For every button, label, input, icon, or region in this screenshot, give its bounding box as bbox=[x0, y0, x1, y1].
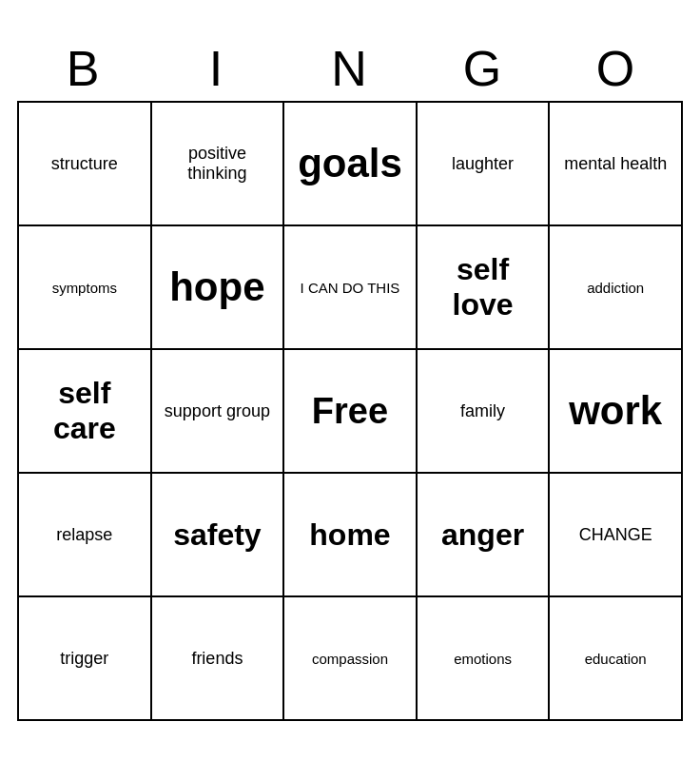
bingo-cell: safety bbox=[151, 473, 284, 596]
bingo-letter: O bbox=[550, 40, 683, 97]
bingo-card: BINGO structurepositive thinkinggoalslau… bbox=[17, 40, 683, 721]
bingo-letter: N bbox=[283, 40, 417, 97]
table-row: symptomshopeI CAN DO THISself loveaddict… bbox=[18, 225, 682, 349]
table-row: relapsesafetyhomeangerCHANGE bbox=[18, 473, 682, 596]
bingo-cell: hope bbox=[151, 225, 284, 349]
bingo-cell: emotions bbox=[417, 596, 550, 720]
bingo-cell: compassion bbox=[283, 596, 417, 720]
bingo-cell: relapse bbox=[18, 473, 151, 596]
bingo-cell: support group bbox=[151, 349, 284, 473]
bingo-cell: home bbox=[283, 473, 417, 596]
bingo-letter: G bbox=[417, 40, 550, 97]
bingo-cell: addiction bbox=[549, 225, 682, 349]
bingo-cell: education bbox=[549, 596, 682, 720]
bingo-cell: structure bbox=[18, 102, 151, 225]
bingo-cell: work bbox=[549, 349, 682, 473]
bingo-cell: laughter bbox=[417, 102, 550, 225]
bingo-cell: anger bbox=[417, 473, 550, 596]
table-row: self caresupport groupFreefamilywork bbox=[18, 349, 682, 473]
bingo-cell: friends bbox=[151, 596, 284, 720]
bingo-cell: goals bbox=[283, 102, 417, 225]
bingo-cell: mental health bbox=[549, 102, 682, 225]
bingo-cell: family bbox=[417, 349, 550, 473]
bingo-letter: B bbox=[17, 40, 150, 97]
table-row: structurepositive thinkinggoalslaughterm… bbox=[18, 102, 682, 225]
bingo-cell: trigger bbox=[18, 596, 151, 720]
bingo-cell: self love bbox=[417, 225, 550, 349]
bingo-cell: Free bbox=[283, 349, 417, 473]
bingo-cell: self care bbox=[18, 349, 151, 473]
bingo-cell: CHANGE bbox=[549, 473, 682, 596]
bingo-cell: symptoms bbox=[18, 225, 151, 349]
bingo-cell: positive thinking bbox=[151, 102, 284, 225]
bingo-cell: I CAN DO THIS bbox=[283, 225, 417, 349]
table-row: triggerfriendscompassionemotionseducatio… bbox=[18, 596, 682, 720]
bingo-grid: structurepositive thinkinggoalslaughterm… bbox=[17, 101, 683, 721]
bingo-letter: I bbox=[150, 40, 283, 97]
bingo-header: BINGO bbox=[17, 40, 683, 97]
